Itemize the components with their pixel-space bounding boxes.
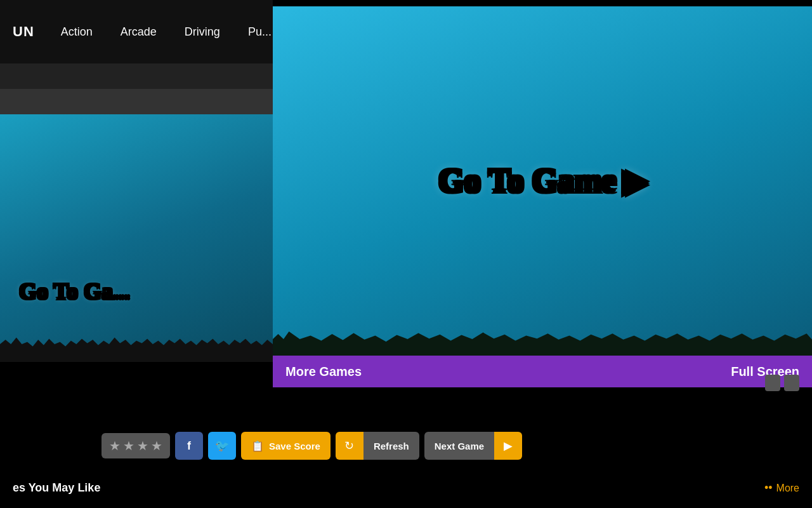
next-game-label-button[interactable]: Next Game <box>424 432 494 460</box>
next-game-arrow-icon: ▶ <box>504 439 513 453</box>
star-2: ★ <box>123 438 134 453</box>
nav-puzzle[interactable]: Pu... <box>234 25 285 39</box>
play-arrow-icon: ▶ <box>623 163 646 199</box>
twitter-button[interactable]: 🐦 <box>208 432 236 460</box>
nav-action[interactable]: Action <box>47 25 107 39</box>
save-score-button[interactable]: 📋 Save Score <box>241 432 331 460</box>
right-game-panel[interactable]: Go To Game▶ <box>273 6 812 362</box>
right-game-title: Go To Game▶ <box>438 162 646 199</box>
you-may-like-section: es You May Like •• More <box>0 481 812 495</box>
right-grass-decoration <box>273 311 812 362</box>
left-grass-decoration <box>0 318 273 362</box>
star-4: ★ <box>151 438 162 453</box>
divider-bar-2 <box>0 89 273 114</box>
purple-bar: More Games Full Screen <box>273 356 812 387</box>
refresh-icon: ↻ <box>344 439 354 453</box>
left-game-title: Go To Ga... <box>19 278 130 305</box>
nav-driving[interactable]: Driving <box>171 25 234 39</box>
more-label: More <box>776 483 799 494</box>
next-game-label: Next Game <box>435 441 484 451</box>
refresh-button-group: ↻ Refresh <box>336 432 419 460</box>
small-buttons-group <box>765 375 799 391</box>
more-dots-icon: •• <box>764 481 773 495</box>
logo: UN <box>0 23 47 40</box>
star-rating[interactable]: ★ ★ ★ ★ <box>102 433 170 458</box>
facebook-icon: f <box>187 439 191 453</box>
next-game-arrow-button[interactable]: ▶ <box>494 432 522 460</box>
small-btn-2[interactable] <box>784 375 799 391</box>
star-3: ★ <box>137 438 148 453</box>
you-may-like-label: es You May Like <box>13 481 100 495</box>
star-1: ★ <box>109 438 121 453</box>
facebook-button[interactable]: f <box>175 432 203 460</box>
more-link[interactable]: •• More <box>764 481 799 495</box>
nav-arcade[interactable]: Arcade <box>107 25 171 39</box>
nav-bar: UN Action Arcade Driving Pu... <box>0 0 273 64</box>
next-game-button-group: Next Game ▶ <box>424 432 522 460</box>
refresh-label: Refresh <box>374 441 409 451</box>
left-game-panel[interactable]: Go To Ga... <box>0 114 273 362</box>
divider-bar-1 <box>0 64 273 89</box>
small-btn-1[interactable] <box>765 375 780 391</box>
action-buttons-row: ★ ★ ★ ★ f 🐦 📋 Save Score ↻ Refresh Next … <box>102 432 522 460</box>
save-score-label: Save Score <box>269 441 320 451</box>
save-icon: 📋 <box>251 440 264 452</box>
refresh-icon-button[interactable]: ↻ <box>336 432 363 460</box>
refresh-label-button[interactable]: Refresh <box>363 432 419 460</box>
twitter-icon: 🐦 <box>215 439 229 453</box>
more-games-link[interactable]: More Games <box>285 364 362 379</box>
